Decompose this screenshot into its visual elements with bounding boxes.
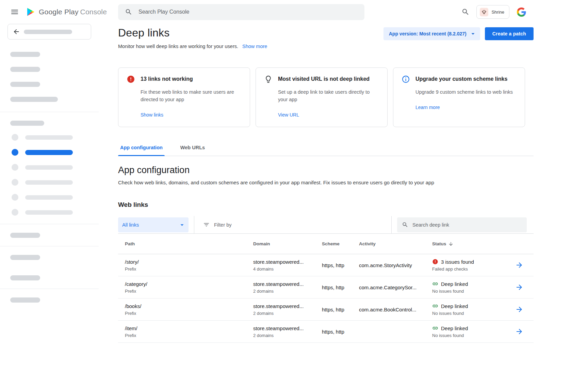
skeleton-bar xyxy=(25,180,73,185)
sidebar-nav-list xyxy=(0,126,99,216)
skeleton-bar xyxy=(25,210,73,215)
path-type: Prefix xyxy=(125,333,253,338)
skeleton-bar xyxy=(10,82,40,87)
path-value: /story/ xyxy=(125,259,253,265)
view-url-link[interactable]: View URL xyxy=(278,112,379,118)
domain-value: store.steampowered... xyxy=(253,325,322,331)
search-icon-button[interactable] xyxy=(461,8,470,16)
divider xyxy=(391,216,392,234)
learn-more-link[interactable]: Learn more xyxy=(415,105,513,110)
table-row[interactable]: /category/ Prefix store.steampowered... … xyxy=(118,276,534,298)
divider xyxy=(194,216,194,234)
insight-cards: 13 links not working Fix these web links… xyxy=(118,67,534,127)
search-icon xyxy=(402,221,408,228)
sidebar-nav-item[interactable] xyxy=(12,179,99,186)
nav-item-icon xyxy=(12,194,18,201)
show-more-link[interactable]: Show more xyxy=(242,44,267,49)
column-header-path: Path xyxy=(118,241,253,246)
link-icon xyxy=(432,303,438,309)
back-navigation[interactable] xyxy=(7,24,91,40)
open-link-details-button[interactable] xyxy=(515,261,523,269)
card-most-visited-url: Most visited URL is not deep linked Set … xyxy=(256,67,388,127)
deep-link-search-input[interactable] xyxy=(412,222,522,228)
sidebar-nav-item[interactable] xyxy=(12,194,99,201)
sidebar-skeleton-group xyxy=(0,112,99,126)
skeleton-bar xyxy=(10,67,40,72)
nav-item-icon xyxy=(12,149,18,156)
tab-web-urls[interactable]: Web URLs xyxy=(178,139,207,156)
logo-text: Google PlayConsole xyxy=(39,8,107,16)
skeleton-bar xyxy=(10,233,40,238)
skeleton-bar xyxy=(25,150,73,155)
open-link-details-button[interactable] xyxy=(515,305,523,313)
activity-value: com.acme.StoryActivity xyxy=(359,262,432,268)
domain-value: store.steampowered... xyxy=(253,281,322,287)
google-account-button[interactable] xyxy=(517,7,526,17)
open-link-details-button[interactable] xyxy=(515,283,523,291)
card-title: Upgrade your custom scheme links xyxy=(415,75,513,83)
column-header-activity: Activity xyxy=(359,241,432,246)
links-filter-value: All links xyxy=(122,222,139,228)
section-title: App configuration xyxy=(118,165,534,175)
main-content: Deep links App version: Most recent (8.2… xyxy=(99,24,534,368)
sidebar-nav-item-active[interactable] xyxy=(12,149,99,156)
scheme-value: https, http xyxy=(322,285,359,290)
create-patch-button[interactable]: Create a patch xyxy=(485,27,534,40)
chevron-down-icon xyxy=(469,30,477,37)
page-subtitle: Monitor how well deep links are working … xyxy=(118,44,238,49)
status-header-label: Status xyxy=(432,241,446,246)
web-links-rows: /story/ Prefix store.steampowered... 4 d… xyxy=(118,254,534,343)
app-chip-name: Shrine xyxy=(491,10,504,15)
status-text: 3 issues found xyxy=(441,259,474,265)
domain-count: 2 domains xyxy=(253,333,322,338)
open-link-details-button[interactable] xyxy=(515,327,523,336)
tab-bar: App configuration Web URLs xyxy=(118,139,534,156)
sidebar-nav-item[interactable] xyxy=(12,209,99,216)
page-title: Deep links xyxy=(118,26,169,40)
sidebar-skeleton-group xyxy=(0,224,99,238)
skeleton-bar xyxy=(10,121,44,126)
skeleton-bar xyxy=(25,195,73,200)
status-detail: Failed app checks xyxy=(432,266,508,272)
table-row[interactable]: /item/ Prefix store.steampowered... 2 do… xyxy=(118,321,534,343)
web-links-table-header: Path Domain Scheme Activity Status xyxy=(118,234,534,254)
skeleton-bar xyxy=(24,30,72,34)
sidebar-nav-item[interactable] xyxy=(12,164,99,171)
web-links-filter-bar: All links Filter by xyxy=(118,216,534,234)
path-value: /books/ xyxy=(125,303,253,309)
table-row[interactable]: /story/ Prefix store.steampowered... 4 d… xyxy=(118,254,534,276)
global-search-input[interactable] xyxy=(138,9,358,15)
path-type: Prefix xyxy=(125,311,253,316)
global-search[interactable] xyxy=(118,4,364,20)
filter-icon xyxy=(203,221,210,228)
card-body: Set up a deep link to take users directl… xyxy=(278,88,379,103)
card-body: Upgrade 9 custom scheme links to web lin… xyxy=(415,88,513,96)
filter-by-label: Filter by xyxy=(214,222,232,228)
google-play-console-logo[interactable]: Google PlayConsole xyxy=(26,7,107,17)
chevron-down-icon xyxy=(178,221,186,229)
scheme-value: https, http xyxy=(322,262,359,268)
sidebar-nav-item[interactable] xyxy=(12,134,99,141)
app-switcher-chip[interactable]: Shrine xyxy=(476,5,509,19)
table-row[interactable]: /books/ Prefix store.steampowered... 2 d… xyxy=(118,298,534,321)
menu-icon[interactable] xyxy=(10,7,19,16)
deep-link-search[interactable] xyxy=(397,217,527,232)
skeleton-bar xyxy=(10,52,40,57)
status-text: Deep linked xyxy=(441,303,468,309)
card-title: Most visited URL is not deep linked xyxy=(278,75,379,83)
status-detail: No issues found xyxy=(432,311,508,316)
show-links-link[interactable]: Show links xyxy=(141,112,242,118)
app-version-dropdown[interactable]: App version: Most recent (8.2.027) xyxy=(383,27,480,40)
play-logo-icon xyxy=(26,7,35,17)
back-arrow-icon xyxy=(13,28,20,35)
links-filter-select[interactable]: All links xyxy=(118,217,189,232)
filter-by-button[interactable]: Filter by xyxy=(203,221,232,228)
sort-descending-icon xyxy=(448,241,454,247)
activity-value: com.acme.BookControl... xyxy=(359,307,432,312)
nav-item-icon xyxy=(12,179,18,186)
scheme-value: https, http xyxy=(322,329,359,335)
column-header-scheme: Scheme xyxy=(322,241,359,246)
column-header-status[interactable]: Status xyxy=(432,241,508,247)
skeleton-bar xyxy=(10,275,40,280)
tab-app-configuration[interactable]: App configuration xyxy=(118,139,165,156)
